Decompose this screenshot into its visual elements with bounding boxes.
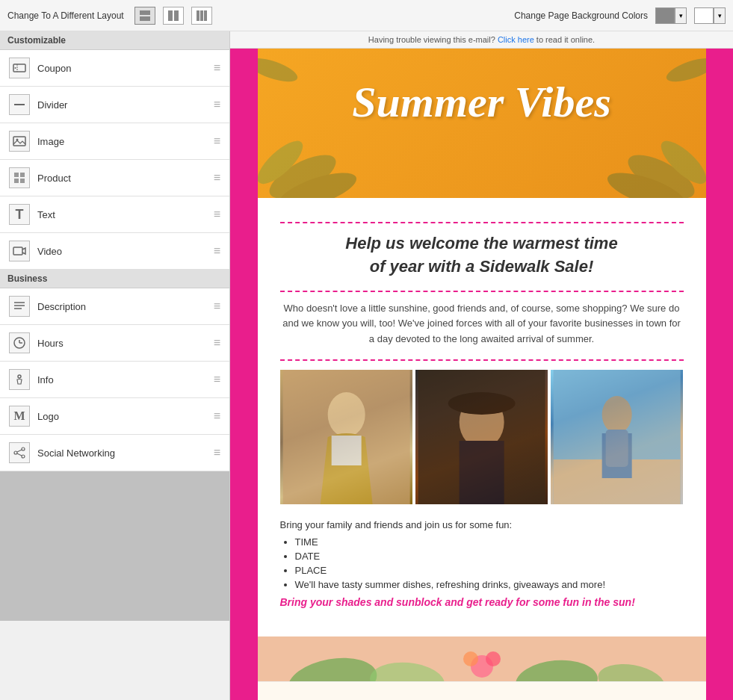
svg-rect-16 bbox=[20, 179, 25, 183]
main-container: Customizable Coupon ≡ Divider ≡ Image ≡ bbox=[0, 31, 733, 700]
svg-rect-1 bbox=[140, 16, 150, 21]
svg-point-47 bbox=[602, 396, 632, 433]
coupon-icon bbox=[9, 58, 30, 78]
bg-color-swatch-dark[interactable] bbox=[655, 7, 675, 24]
video-icon bbox=[9, 241, 30, 261]
image-drag-handle[interactable]: ≡ bbox=[214, 134, 220, 148]
svg-rect-15 bbox=[14, 179, 19, 183]
product-image-3 bbox=[551, 370, 683, 504]
logo-drag-handle[interactable]: ≡ bbox=[214, 409, 220, 423]
svg-rect-3 bbox=[174, 10, 179, 21]
hours-drag-handle[interactable]: ≡ bbox=[214, 336, 220, 350]
info-drag-handle[interactable]: ≡ bbox=[214, 373, 220, 386]
layout-button-1[interactable] bbox=[134, 7, 155, 25]
sidebar-item-logo[interactable]: M Logo ≡ bbox=[0, 398, 229, 435]
middle-divider bbox=[280, 291, 684, 292]
bg-color-dropdown-white[interactable]: ▾ bbox=[714, 7, 726, 24]
svg-rect-2 bbox=[168, 10, 173, 21]
svg-point-43 bbox=[448, 392, 515, 415]
svg-rect-6 bbox=[204, 10, 207, 21]
email-body-paragraph: Who doesn't love a little sunshine, good… bbox=[280, 301, 684, 347]
sidebar-item-image[interactable]: Image ≡ bbox=[0, 123, 229, 160]
social-networking-icon bbox=[9, 442, 30, 463]
layout-button-3[interactable] bbox=[191, 7, 212, 25]
video-drag-handle[interactable]: ≡ bbox=[214, 244, 220, 258]
svg-rect-49 bbox=[606, 430, 628, 467]
svg-line-29 bbox=[17, 453, 22, 456]
svg-line-28 bbox=[17, 450, 22, 452]
image-grid bbox=[280, 370, 684, 504]
customizable-section-header: Customizable bbox=[0, 31, 229, 50]
list-item-place: PLACE bbox=[295, 565, 684, 576]
email-header-banner: Summer Vibes bbox=[258, 49, 706, 198]
bg-color-dropdown-dark[interactable]: ▾ bbox=[675, 7, 687, 24]
svg-rect-17 bbox=[13, 247, 22, 255]
sidebar-item-product[interactable]: Product ≡ bbox=[0, 160, 229, 196]
svg-point-56 bbox=[463, 651, 478, 666]
sidebar-item-video[interactable]: Video ≡ bbox=[0, 233, 229, 270]
closing-pink-text: Bring your shades and sunblock and get r… bbox=[280, 596, 684, 608]
email-invite-section: Bring your family and friends and join u… bbox=[280, 512, 684, 622]
sidebar-item-coupon[interactable]: Coupon ≡ bbox=[0, 50, 229, 87]
svg-rect-11 bbox=[13, 137, 25, 146]
svg-point-26 bbox=[14, 451, 17, 454]
invite-list: TIME DATE PLACE We'll have tasty summer … bbox=[280, 536, 684, 590]
product-label: Product bbox=[37, 173, 214, 184]
coupon-drag-handle[interactable]: ≡ bbox=[214, 61, 220, 75]
layout-button-2[interactable] bbox=[163, 7, 184, 25]
description-drag-handle[interactable]: ≡ bbox=[214, 300, 220, 313]
email-preview-area: Having trouble viewing this e-mail? Clic… bbox=[230, 31, 733, 700]
list-item-time: TIME bbox=[295, 536, 684, 548]
hours-label: Hours bbox=[37, 338, 214, 349]
store-card: ⚜ MODERN FINERY ⚜ Modern Finery 100 Sout… bbox=[258, 681, 706, 700]
svg-rect-5 bbox=[200, 10, 203, 21]
svg-point-27 bbox=[22, 455, 25, 458]
email-header-title: Summer Vibes bbox=[265, 78, 699, 126]
divider-label: Divider bbox=[37, 99, 214, 111]
text-drag-handle[interactable]: ≡ bbox=[214, 208, 220, 221]
sidebar-item-description[interactable]: Description ≡ bbox=[0, 288, 229, 325]
toolbar: Change To A Different Layout Change Page… bbox=[0, 0, 733, 31]
text-label: Text bbox=[37, 209, 214, 220]
email-notice-bar: Having trouble viewing this e-mail? Clic… bbox=[230, 31, 733, 49]
email-tagline: Help us welcome the warmest time of year… bbox=[280, 232, 684, 279]
svg-rect-44 bbox=[459, 441, 504, 504]
svg-rect-14 bbox=[20, 173, 25, 177]
social-networking-drag-handle[interactable]: ≡ bbox=[214, 446, 220, 459]
layout-change-label: Change To A Different Layout bbox=[7, 10, 124, 21]
divider-drag-handle[interactable]: ≡ bbox=[214, 98, 220, 111]
logo-label: Logo bbox=[37, 411, 214, 422]
video-label: Video bbox=[37, 246, 214, 257]
social-networking-label: Social Networking bbox=[37, 447, 214, 459]
sidebar-item-hours[interactable]: Hours ≡ bbox=[0, 325, 229, 362]
sidebar-item-divider[interactable]: Divider ≡ bbox=[0, 87, 229, 123]
hours-icon bbox=[9, 332, 30, 353]
svg-rect-40 bbox=[331, 436, 361, 465]
logo-icon: M bbox=[9, 406, 30, 427]
sidebar-item-social-networking[interactable]: Social Networking ≡ bbox=[0, 435, 229, 471]
info-label: Info bbox=[37, 374, 214, 385]
product-image-2 bbox=[415, 370, 548, 504]
sidebar-item-info[interactable]: Info ≡ bbox=[0, 362, 229, 398]
list-item-extras: We'll have tasty summer dishes, refreshi… bbox=[295, 579, 684, 590]
svg-rect-4 bbox=[197, 10, 200, 21]
sidebar: Customizable Coupon ≡ Divider ≡ Image ≡ bbox=[0, 31, 230, 700]
text-icon: T bbox=[9, 204, 30, 225]
product-icon bbox=[9, 167, 30, 188]
business-section-header: Business bbox=[0, 270, 229, 288]
product-image-1 bbox=[280, 370, 412, 504]
image-label: Image bbox=[37, 136, 214, 147]
description-icon bbox=[9, 296, 30, 317]
notice-link[interactable]: Click here bbox=[498, 35, 534, 44]
email-body: Summer Vibes Help us welcome the warmest… bbox=[258, 49, 706, 700]
info-icon bbox=[9, 369, 30, 390]
svg-point-25 bbox=[22, 447, 25, 450]
bg-color-swatch-white[interactable] bbox=[694, 7, 714, 24]
sidebar-item-text[interactable]: T Text ≡ bbox=[0, 196, 229, 233]
description-label: Description bbox=[37, 301, 214, 312]
notice-suffix: to read it online. bbox=[536, 35, 595, 44]
divider-icon bbox=[9, 94, 30, 115]
bg-colors-label: Change Page Background Colors bbox=[514, 10, 648, 21]
invite-text: Bring your family and friends and join u… bbox=[280, 519, 684, 530]
product-drag-handle[interactable]: ≡ bbox=[214, 171, 220, 185]
